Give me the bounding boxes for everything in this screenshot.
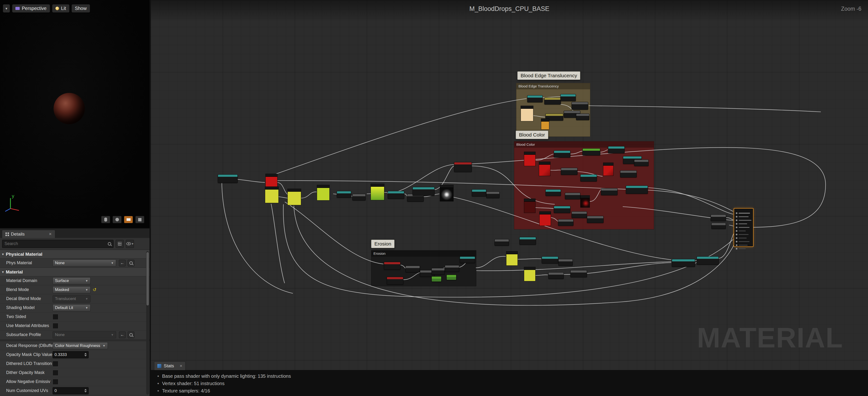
checkbox-allow-negative-emissiv[interactable] [53,379,58,385]
graph-node[interactable] [432,276,441,282]
graph-node[interactable] [711,223,726,229]
graph-node[interactable] [218,175,238,183]
pin-icon[interactable] [736,226,738,228]
graph-node[interactable] [454,162,472,172]
checkbox-two-sided[interactable] [53,314,58,320]
show-button[interactable]: Show [71,4,90,12]
view-options-button[interactable]: ▾ [126,240,134,248]
graph-node[interactable] [601,188,618,195]
use-selected-asset-button[interactable]: ← [119,332,126,338]
comment-label-erosion[interactable]: Erosion [371,240,395,248]
texture-node[interactable] [287,191,301,205]
comment-label-blood-edge-translucency[interactable]: Blood Edge Translucency [517,71,580,80]
dropdown-shading-model[interactable]: Default Lit▼ [53,304,91,311]
graph-node[interactable] [697,256,719,265]
texture-node[interactable] [521,109,533,121]
texture-node[interactable] [524,202,535,213]
graph-node[interactable] [554,206,570,213]
graph-node[interactable] [387,277,403,285]
comment-label-blood-color[interactable]: Blood Color [516,130,548,139]
pin-icon[interactable] [736,248,738,249]
texture-node[interactable] [524,270,535,281]
dropdown-decal-response-dbuffe[interactable]: Color Normal Roughness▼ [53,342,108,349]
graph-node[interactable] [472,189,486,196]
graph-node[interactable] [405,266,420,272]
graph-node[interactable] [546,189,561,196]
material-output-node[interactable] [734,208,753,247]
graph-node[interactable] [561,168,578,175]
checkbox-dither-opacity-mask[interactable] [53,370,58,376]
graph-node[interactable] [384,262,400,270]
checkbox-use-material-attributes[interactable] [53,323,58,329]
pin-icon[interactable] [736,212,738,214]
graph-node[interactable] [558,259,573,266]
graph-node[interactable] [388,191,404,199]
preview-shape-cube-button[interactable] [135,216,144,223]
texture-node[interactable] [506,254,518,266]
texture-node[interactable] [524,154,535,166]
spin-up-icon[interactable] [84,353,87,354]
graph-node[interactable] [626,186,648,194]
spinner-arrows-icon[interactable] [84,353,87,357]
close-icon[interactable]: × [49,231,52,237]
texture-node[interactable] [541,121,549,130]
graph-node[interactable] [570,270,587,277]
spinbox-opacity-mask-clip-value[interactable]: 0.3333 [53,351,89,358]
texture-node[interactable] [440,188,454,202]
texture-node[interactable] [603,165,614,176]
checkbox-dithered-lod-transition[interactable] [53,361,58,367]
graph-node[interactable] [587,216,603,223]
preview-shape-plane-button[interactable] [124,216,133,223]
graph-node[interactable] [634,159,649,166]
reset-icon[interactable]: ↺ [93,287,96,293]
graph-node[interactable] [542,256,558,264]
graph-node[interactable] [560,94,576,101]
graph-node[interactable] [571,211,587,218]
scrollbar-thumb[interactable] [147,252,149,305]
search-box[interactable] [2,240,114,248]
search-input[interactable] [4,241,108,246]
texture-node[interactable] [317,188,330,201]
graph-node[interactable] [520,237,536,245]
graph-node[interactable] [486,191,499,198]
texture-node[interactable] [580,198,590,208]
graph-node[interactable] [558,219,574,226]
pin-icon[interactable] [736,230,738,232]
pin-icon[interactable] [736,216,738,218]
graph-node[interactable] [548,272,564,279]
graph-node[interactable] [432,268,445,275]
preview-viewport[interactable]: ▾ Perspective Lit Show y [0,0,150,228]
pin-icon[interactable] [736,244,738,246]
material-graph-canvas[interactable]: MATERIAL M_BloodDrops_CPU_BASE Zoom -6 S… [151,0,868,396]
texture-node[interactable] [265,189,279,203]
pin-icon[interactable] [736,219,738,221]
graph-node[interactable] [352,194,366,201]
texture-node[interactable] [539,164,551,176]
viewport-options-button[interactable]: ▾ [3,4,10,12]
property-matrix-button[interactable] [116,240,124,248]
spinner-arrows-icon[interactable] [84,389,87,392]
graph-node[interactable] [583,148,600,155]
graph-node[interactable] [672,259,695,267]
texture-node[interactable] [539,214,551,226]
preview-shape-sphere-button[interactable] [113,216,122,223]
graph-node[interactable] [544,97,561,104]
graph-node[interactable] [565,193,580,199]
dropdown-phys-material[interactable]: None▼ [53,260,116,267]
graph-node[interactable] [527,95,542,102]
lit-button[interactable]: Lit [52,4,69,12]
pin-icon[interactable] [736,237,738,239]
spin-down-icon[interactable] [84,391,87,392]
dropdown-material-domain[interactable]: Surface▼ [53,277,91,284]
graph-node[interactable] [446,275,456,280]
section-header-physical-material[interactable]: ▾Physical Material [0,250,150,258]
spinbox-num-customized-uvs[interactable]: 0 [53,387,89,394]
preview-shape-cylinder-button[interactable] [101,216,110,223]
graph-node[interactable] [620,171,637,178]
spin-down-icon[interactable] [84,355,87,357]
perspective-button[interactable]: Perspective [12,4,50,12]
texture-node[interactable] [371,186,384,200]
pin-icon[interactable] [736,234,738,235]
use-selected-asset-button[interactable]: ← [119,260,126,266]
graph-node[interactable] [576,114,589,120]
